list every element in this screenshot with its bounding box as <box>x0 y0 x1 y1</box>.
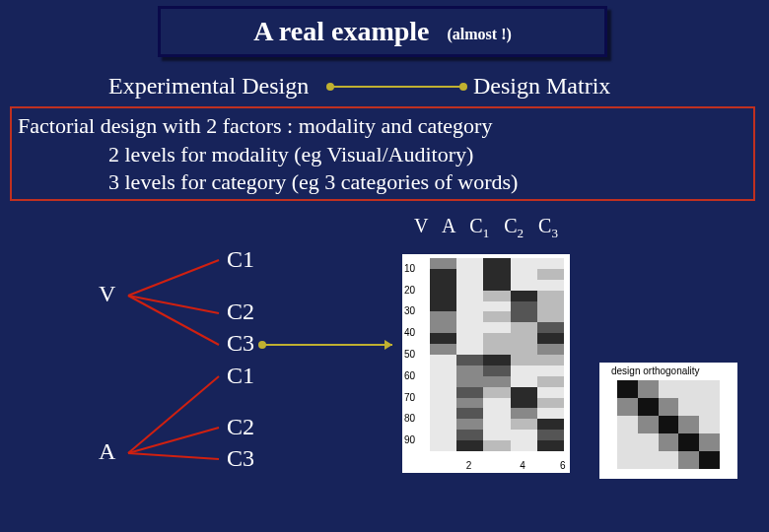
orthogonality-image: design orthogonality <box>599 363 737 479</box>
desc-line3: 3 levels for category (eg 3 categories o… <box>18 168 747 197</box>
svg-point-2 <box>459 83 467 91</box>
orthogonality-title: design orthogonality <box>611 366 700 376</box>
colhead-c1-sub: 1 <box>483 226 490 240</box>
colhead-v: V <box>414 215 428 236</box>
subhead-experimental: Experimental Design <box>108 73 309 100</box>
svg-point-1 <box>326 83 334 91</box>
title-box: A real example (almost !) <box>158 6 607 57</box>
colhead-c1: C <box>469 215 482 236</box>
colhead-c3: C <box>538 215 551 236</box>
design-matrix-cells <box>430 258 564 451</box>
colhead-c3-sub: 3 <box>551 226 558 240</box>
factor-tree: V A C1 C2 C3 C1 C2 C3 <box>69 246 365 522</box>
orthogonality-cells <box>617 380 720 469</box>
colhead-a: A <box>442 215 454 236</box>
tree-leaf-v-c3: C3 <box>227 330 254 357</box>
tree-leaf-a-c3: C3 <box>227 445 254 472</box>
tree-leaf-v-c1: C1 <box>227 246 254 273</box>
svg-marker-11 <box>384 340 392 350</box>
title-main: A real example <box>253 16 429 47</box>
colhead-c2-sub: 2 <box>518 226 524 240</box>
design-matrix-image: 102030405060708090 246 <box>402 254 570 473</box>
description-box: Factorial design with 2 factors : modali… <box>10 106 755 201</box>
tree-node-a: A <box>99 438 115 465</box>
colhead-c2: C <box>504 215 517 236</box>
tree-leaf-v-c2: C2 <box>227 299 254 325</box>
tree-leaf-a-c2: C2 <box>227 414 254 440</box>
tree-node-v: V <box>99 281 115 307</box>
title-sub: (almost !) <box>448 26 512 43</box>
subhead-designmatrix: Design Matrix <box>473 73 610 100</box>
desc-line1: Factorial design with 2 factors : modali… <box>18 112 747 141</box>
column-header: V A C1 C2 C3 <box>414 215 558 241</box>
tree-leaf-a-c1: C1 <box>227 363 254 389</box>
desc-line2: 2 levels for modality (eg Visual/Auditor… <box>18 141 747 169</box>
